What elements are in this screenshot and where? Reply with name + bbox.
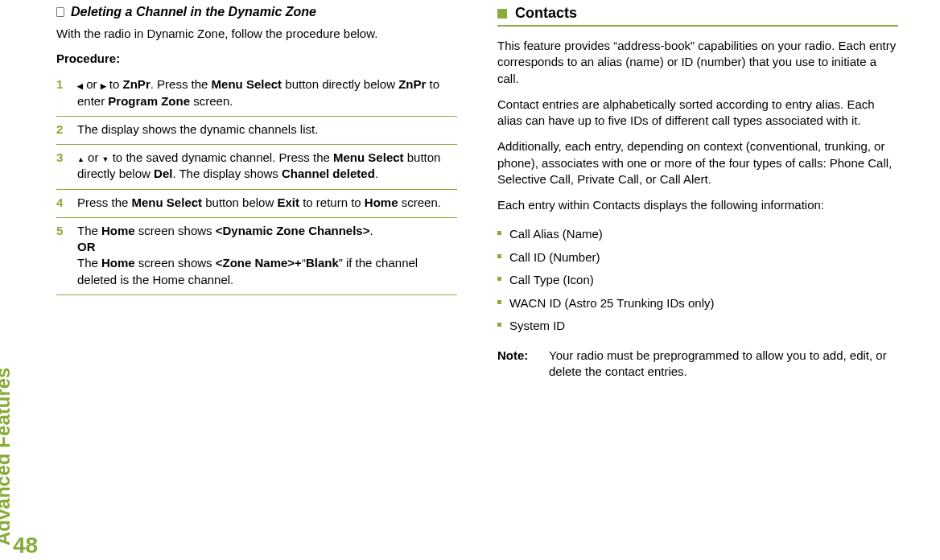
right-arrow-icon xyxy=(101,79,106,92)
step-1: 1 or to ZnPr. Press the Menu Select butt… xyxy=(56,72,457,117)
label-del: Del xyxy=(154,167,172,180)
left-column: Deleting a Channel in the Dynamic Zone W… xyxy=(56,5,457,552)
t: screen shows xyxy=(135,224,216,237)
bullet-icon xyxy=(497,254,501,258)
paragraph: Each entry within Contacts displays the … xyxy=(497,197,898,213)
subsection-title: Deleting a Channel in the Dynamic Zone xyxy=(71,5,316,19)
page: Advanced Features 48 Deleting a Channel … xyxy=(0,0,940,560)
t: to xyxy=(106,77,123,91)
procedure-label: Procedure: xyxy=(56,51,457,65)
t: . xyxy=(369,224,373,237)
step-body: Press the Menu Select button below Exit … xyxy=(77,195,441,211)
step-num: 3 xyxy=(56,150,66,183)
step-body: or to the saved dynamic channel. Press t… xyxy=(77,150,457,183)
label-program-zone: Program Zone xyxy=(108,94,190,108)
step-5: 5 The Home screen shows <Dynamic Zone Ch… xyxy=(56,218,457,295)
list-text: WACN ID (Astro 25 Trunking IDs only) xyxy=(509,294,715,313)
label-menu-select: Menu Select xyxy=(333,150,404,164)
square-bullet-icon xyxy=(497,9,507,19)
info-bullet-list: Call Alias (Name) Call ID (Number) Call … xyxy=(497,223,898,338)
t: . xyxy=(375,167,378,180)
label-zone-name: <Zone Name>+ xyxy=(216,256,302,270)
procedure-steps: 1 or to ZnPr. Press the Menu Select butt… xyxy=(56,72,457,295)
step-num: 4 xyxy=(56,195,66,211)
label-blank: Blank xyxy=(306,256,339,270)
intro-text: With the radio in Dynamic Zone, follow t… xyxy=(56,26,457,42)
list-item: WACN ID (Astro 25 Trunking IDs only) xyxy=(497,292,898,315)
list-item: System ID xyxy=(497,315,898,338)
list-item: Call Alias (Name) xyxy=(497,223,898,246)
list-text: Call ID (Number) xyxy=(509,249,600,267)
label-dynamic-zone-channels: <Dynamic Zone Channels> xyxy=(216,224,370,237)
label-znpr: ZnPr xyxy=(123,77,150,91)
list-item: Call Type (Icon) xyxy=(497,269,898,292)
t: screen. xyxy=(398,196,441,209)
label-menu-select: Menu Select xyxy=(212,77,282,91)
step-body: The Home screen shows <Dynamic Zone Chan… xyxy=(77,223,457,288)
document-icon xyxy=(56,7,64,17)
note: Note: Your radio must be preprogrammed t… xyxy=(497,348,898,381)
paragraph: Contact entries are alphabetically sorte… xyxy=(497,97,898,130)
t: button below xyxy=(202,196,277,209)
step-4: 4 Press the Menu Select button below Exi… xyxy=(56,190,457,218)
bullet-icon xyxy=(497,323,501,327)
step-2: 2 The display shows the dynamic channels… xyxy=(56,117,457,145)
t: screen shows xyxy=(135,256,216,270)
note-label: Note: xyxy=(497,348,533,381)
step-body: or to ZnPr. Press the Menu Select button… xyxy=(77,76,457,109)
bullet-icon xyxy=(497,300,501,304)
paragraph: This feature provides “address-book” cap… xyxy=(497,38,898,87)
step-num: 2 xyxy=(56,121,66,138)
label-home: Home xyxy=(365,196,398,209)
t: button directly below xyxy=(282,77,398,91)
label-menu-select: Menu Select xyxy=(132,196,203,209)
t: Press the xyxy=(77,196,132,209)
page-number: 48 xyxy=(13,533,38,558)
subsection-heading: Deleting a Channel in the Dynamic Zone xyxy=(56,5,457,19)
t: . Press the xyxy=(150,77,212,91)
bullet-icon xyxy=(497,277,501,281)
note-text: Your radio must be preprogrammed to allo… xyxy=(549,348,898,381)
t: . The display shows xyxy=(172,167,282,180)
step-body: The display shows the dynamic channels l… xyxy=(77,121,318,138)
bullet-icon xyxy=(497,231,501,235)
right-column: Contacts This feature provides “address-… xyxy=(497,5,898,552)
label-home: Home xyxy=(101,256,135,270)
t: or xyxy=(85,150,102,164)
t: to return to xyxy=(299,196,365,209)
section-heading: Contacts xyxy=(497,5,898,27)
step-num: 5 xyxy=(56,223,66,288)
list-text: Call Type (Icon) xyxy=(509,271,594,290)
label-znpr-2: ZnPr xyxy=(398,77,426,91)
t: to the saved dynamic channel. Press the xyxy=(109,150,334,164)
t: screen. xyxy=(190,94,233,108)
side-tab-label: Advanced Features xyxy=(0,368,14,546)
label-channel-deleted: Channel deleted xyxy=(282,167,375,180)
step-num: 1 xyxy=(56,76,66,109)
label-or: OR xyxy=(77,240,96,253)
step-3: 3 or to the saved dynamic channel. Press… xyxy=(56,145,457,190)
t: The xyxy=(77,256,101,270)
t: The xyxy=(77,224,101,237)
list-text: Call Alias (Name) xyxy=(509,225,603,244)
up-arrow-icon xyxy=(77,152,85,165)
list-text: System ID xyxy=(509,317,565,336)
section-title: Contacts xyxy=(515,5,577,22)
left-arrow-icon xyxy=(77,79,83,92)
t: or xyxy=(83,77,101,91)
down-arrow-icon xyxy=(102,152,109,165)
list-item: Call ID (Number) xyxy=(497,246,898,270)
label-exit: Exit xyxy=(277,196,299,209)
label-home: Home xyxy=(101,224,135,237)
paragraph: Additionally, each entry, depending on c… xyxy=(497,138,898,187)
